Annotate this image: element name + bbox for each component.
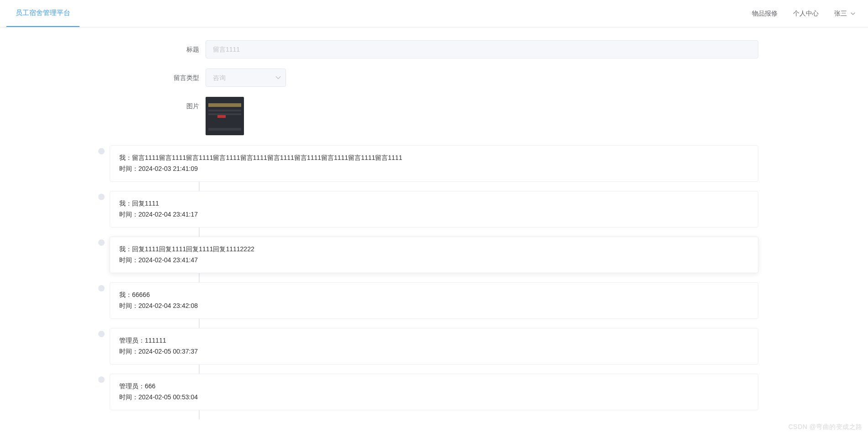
message-time: 时间：2024-02-03 21:41:09 [119, 165, 749, 173]
title-input: 留言1111 [206, 40, 758, 58]
timeline-item: 我：66666时间：2024-02-04 23:42:08 [12, 282, 758, 319]
user-menu[interactable]: 张三 [834, 10, 855, 18]
message-text: 我：66666 [119, 291, 749, 299]
timeline-node-icon [98, 148, 105, 154]
label-type: 留言类型 [110, 69, 206, 87]
timeline-card[interactable]: 我：回复1111时间：2024-02-04 23:41:17 [110, 191, 758, 228]
message-text: 我：回复1111回复1111回复1111回复11112222 [119, 245, 749, 254]
message-time: 时间：2024-02-04 23:41:47 [119, 256, 749, 265]
message-time: 时间：2024-02-05 00:37:37 [119, 348, 749, 356]
nav-link-profile[interactable]: 个人中心 [793, 10, 819, 18]
timeline-item: 我：留言1111留言1111留言1111留言1111留言1111留言1111留言… [12, 145, 758, 182]
timeline-node-icon [98, 194, 105, 200]
timeline-node-icon [98, 239, 105, 246]
message-text: 管理员：111111 [119, 337, 749, 345]
form-row-title: 标题 留言1111 [110, 40, 758, 58]
timeline-item: 管理员：111111时间：2024-02-05 00:37:37 [12, 328, 758, 365]
chevron-down-icon [275, 75, 281, 80]
message-text: 管理员：666 [119, 382, 749, 391]
nav-link-repair[interactable]: 物品报修 [752, 10, 778, 18]
type-select: 咨询 [206, 69, 286, 87]
timeline-item: 我：回复1111回复1111回复1111回复11112222时间：2024-02… [12, 237, 758, 273]
message-text: 我：留言1111留言1111留言1111留言1111留言1111留言1111留言… [119, 154, 749, 162]
message-time: 时间：2024-02-04 23:42:08 [119, 302, 749, 310]
timeline: 我：留言1111留言1111留言1111留言1111留言1111留言1111留言… [110, 145, 758, 419]
timeline-card[interactable]: 管理员：666时间：2024-02-05 00:53:04 [110, 374, 758, 410]
form-row-type: 留言类型 咨询 [110, 69, 758, 87]
brand-tab[interactable]: 员工宿舍管理平台 [6, 0, 79, 27]
timeline-item: 我：回复1111时间：2024-02-04 23:41:17 [12, 191, 758, 228]
label-title: 标题 [110, 40, 206, 58]
content: 标题 留言1111 留言类型 咨询 图片 [110, 27, 758, 419]
nav-left: 员工宿舍管理平台 [0, 0, 79, 27]
timeline-card[interactable]: 我：回复1111回复1111回复1111回复11112222时间：2024-02… [110, 237, 758, 273]
timeline-node-icon [98, 376, 105, 383]
timeline-card[interactable]: 我：留言1111留言1111留言1111留言1111留言1111留言1111留言… [110, 145, 758, 182]
label-image: 图片 [110, 97, 206, 115]
timeline-node-icon [98, 331, 105, 337]
user-name: 张三 [834, 10, 847, 18]
form-row-image: 图片 [110, 97, 758, 135]
timeline-item: 管理员：666时间：2024-02-05 00:53:04 [12, 374, 758, 410]
timeline-card[interactable]: 管理员：111111时间：2024-02-05 00:37:37 [110, 328, 758, 365]
chevron-down-icon [851, 11, 855, 16]
image-thumbnail[interactable] [206, 97, 244, 135]
brand-title: 员工宿舍管理平台 [16, 9, 70, 17]
nav-right: 物品报修 个人中心 张三 [752, 10, 855, 18]
watermark: CSDN @弯曲的变成之路 [789, 423, 863, 431]
timeline-node-icon [98, 285, 105, 291]
message-time: 时间：2024-02-05 00:53:04 [119, 393, 749, 402]
timeline-card[interactable]: 我：66666时间：2024-02-04 23:42:08 [110, 282, 758, 319]
type-select-value: 咨询 [213, 74, 226, 81]
message-time: 时间：2024-02-04 23:41:17 [119, 211, 749, 219]
navbar: 员工宿舍管理平台 物品报修 个人中心 张三 [0, 0, 868, 27]
message-text: 我：回复1111 [119, 200, 749, 208]
